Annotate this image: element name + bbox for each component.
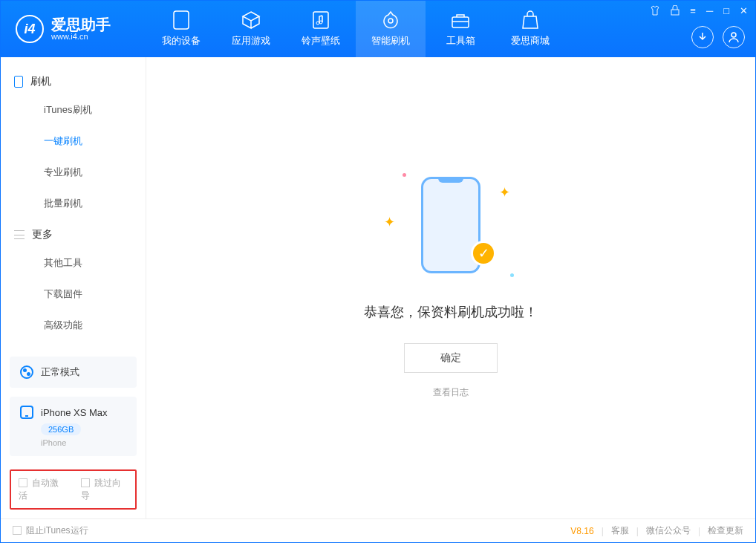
body: 刷机 iTunes刷机 一键刷机 专业刷机 批量刷机 更多 其他工具 下载固件 … bbox=[1, 57, 755, 518]
sidebar-item-batch-flash[interactable]: 批量刷机 bbox=[1, 188, 146, 219]
main-tabs: 我的设备 应用游戏 铃声壁纸 智能刷机 工具箱 爱思商城 bbox=[146, 1, 565, 57]
ok-button[interactable]: 确定 bbox=[404, 343, 498, 373]
toolbox-icon bbox=[451, 10, 470, 30]
version-label: V8.16 bbox=[570, 526, 593, 536]
checkbox-skip-guide[interactable]: 跳过向导 bbox=[81, 477, 128, 502]
tab-label: 铃声壁纸 bbox=[302, 34, 340, 48]
device-name: iPhone XS Max bbox=[41, 407, 108, 418]
sidebar: 刷机 iTunes刷机 一键刷机 专业刷机 批量刷机 更多 其他工具 下载固件 … bbox=[1, 57, 146, 518]
footer-left: 阻止iTunes运行 bbox=[13, 524, 88, 537]
sidebar-item-download-firmware[interactable]: 下载固件 bbox=[1, 279, 146, 310]
options-row: 自动激活 跳过向导 bbox=[10, 469, 137, 510]
tab-flash[interactable]: 智能刷机 bbox=[356, 1, 426, 57]
checkbox-auto-activate[interactable]: 自动激活 bbox=[19, 477, 66, 502]
header: i4 爱思助手 www.i4.cn 我的设备 应用游戏 铃声壁纸 智能刷机 bbox=[1, 1, 755, 57]
section-title: 更多 bbox=[32, 228, 53, 241]
close-button[interactable]: ✕ bbox=[740, 5, 748, 18]
footer-link-update[interactable]: 检查更新 bbox=[708, 524, 743, 537]
header-right-buttons bbox=[691, 26, 745, 48]
cube-icon bbox=[241, 10, 261, 30]
sidebar-item-one-click-flash[interactable]: 一键刷机 bbox=[1, 126, 146, 157]
sparkle-icon: ✦ bbox=[499, 184, 510, 201]
sidebar-item-other-tools[interactable]: 其他工具 bbox=[1, 247, 146, 279]
bag-icon bbox=[521, 10, 540, 30]
mode-box[interactable]: 正常模式 bbox=[10, 357, 137, 388]
phone-icon bbox=[14, 76, 23, 88]
menu-icon[interactable]: ≡ bbox=[690, 5, 696, 18]
svg-rect-1 bbox=[313, 12, 328, 28]
svg-rect-0 bbox=[174, 11, 189, 29]
flash-icon bbox=[381, 10, 400, 30]
lock-icon[interactable] bbox=[671, 5, 680, 18]
mode-label: 正常模式 bbox=[41, 365, 79, 379]
logo-icon: i4 bbox=[16, 15, 44, 43]
tab-label: 应用游戏 bbox=[232, 34, 270, 48]
mode-icon bbox=[20, 365, 33, 379]
minimize-button[interactable]: ─ bbox=[706, 5, 713, 18]
success-message: 恭喜您，保资料刷机成功啦！ bbox=[364, 303, 538, 321]
success-illustration: ✓ ✦ ✦ bbox=[410, 177, 492, 281]
sidebar-section-flash: 刷机 bbox=[1, 66, 146, 94]
hamburger-icon bbox=[14, 230, 25, 239]
sidebar-section-more: 更多 bbox=[1, 219, 146, 247]
checkbox-block-itunes[interactable]: 阻止iTunes运行 bbox=[13, 524, 88, 537]
tab-label: 智能刷机 bbox=[371, 34, 410, 48]
user-button[interactable] bbox=[723, 26, 745, 48]
main-content: ✓ ✦ ✦ 恭喜您，保资料刷机成功啦！ 确定 查看日志 bbox=[146, 57, 755, 518]
footer-link-support[interactable]: 客服 bbox=[611, 524, 629, 537]
tab-label: 爱思商城 bbox=[511, 34, 550, 48]
app-window: i4 爱思助手 www.i4.cn 我的设备 应用游戏 铃声壁纸 智能刷机 bbox=[0, 0, 756, 543]
svg-rect-6 bbox=[671, 10, 679, 15]
footer-link-wechat[interactable]: 微信公众号 bbox=[646, 524, 691, 537]
app-name: 爱思助手 bbox=[51, 17, 111, 32]
tab-ringtones[interactable]: 铃声壁纸 bbox=[286, 1, 356, 57]
tab-label: 我的设备 bbox=[162, 34, 201, 48]
logo: i4 爱思助手 www.i4.cn bbox=[1, 15, 146, 43]
sidebar-item-pro-flash[interactable]: 专业刷机 bbox=[1, 157, 146, 188]
music-icon bbox=[311, 10, 330, 30]
dot-icon bbox=[510, 273, 514, 277]
device-box[interactable]: iPhone XS Max 256GB iPhone bbox=[10, 397, 137, 456]
sparkle-icon: ✦ bbox=[384, 214, 395, 230]
svg-rect-5 bbox=[452, 17, 469, 27]
device-type: iPhone bbox=[41, 438, 126, 447]
check-icon: ✓ bbox=[471, 241, 496, 266]
tab-my-device[interactable]: 我的设备 bbox=[146, 1, 216, 57]
device-capacity: 256GB bbox=[41, 423, 81, 435]
tshirt-icon[interactable] bbox=[650, 5, 660, 18]
section-title: 刷机 bbox=[30, 75, 51, 88]
tab-store[interactable]: 爱思商城 bbox=[495, 1, 565, 57]
download-button[interactable] bbox=[691, 26, 714, 48]
tab-label: 工具箱 bbox=[446, 34, 475, 48]
svg-point-7 bbox=[731, 33, 736, 37]
app-url: www.i4.cn bbox=[51, 32, 111, 41]
tab-toolbox[interactable]: 工具箱 bbox=[426, 1, 495, 57]
view-log-link[interactable]: 查看日志 bbox=[433, 386, 469, 399]
sidebar-item-advanced[interactable]: 高级功能 bbox=[1, 310, 146, 341]
window-controls: ≡ ─ □ ✕ bbox=[650, 5, 748, 18]
footer-right: V8.16 | 客服 | 微信公众号 | 检查更新 bbox=[570, 524, 743, 537]
footer: 阻止iTunes运行 V8.16 | 客服 | 微信公众号 | 检查更新 bbox=[1, 518, 755, 542]
maximize-button[interactable]: □ bbox=[723, 5, 729, 18]
device-icon bbox=[172, 10, 191, 30]
sidebar-item-itunes-flash[interactable]: iTunes刷机 bbox=[1, 94, 146, 126]
device-icon bbox=[20, 406, 33, 419]
dot-icon bbox=[403, 173, 406, 177]
svg-point-4 bbox=[388, 19, 393, 23]
tab-apps[interactable]: 应用游戏 bbox=[216, 1, 286, 57]
